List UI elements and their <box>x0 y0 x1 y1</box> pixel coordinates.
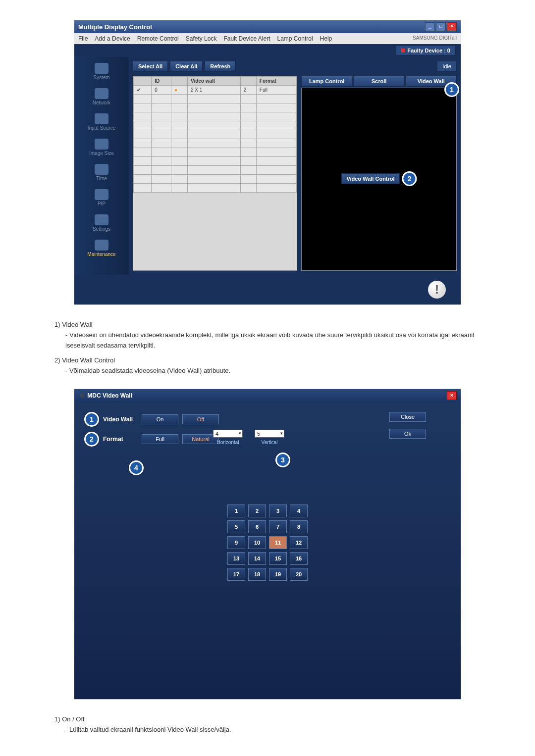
menu-add[interactable]: Add a Device <box>95 35 130 42</box>
description-list-2: 1) On / Off - Lülitab valitud ekraanil f… <box>54 714 481 735</box>
toolbar: Select All Clear All Refresh Idle <box>129 57 461 76</box>
grid-cell[interactable]: 18 <box>248 568 266 581</box>
maximize-button[interactable]: □ <box>436 22 446 31</box>
grid-cell[interactable]: 4 <box>290 504 308 517</box>
menu-remote[interactable]: Remote Control <box>137 35 179 42</box>
minimize-button[interactable]: _ <box>425 22 435 31</box>
grid-cell[interactable]: 3 <box>269 504 287 517</box>
grid-cell[interactable]: 1 <box>227 504 245 517</box>
table-row[interactable] <box>134 157 297 166</box>
grid-cell[interactable]: 14 <box>248 552 266 565</box>
cell: 2 X 1 <box>188 86 241 95</box>
grid-cell[interactable]: 19 <box>269 568 287 581</box>
col-status <box>171 77 188 86</box>
tab-scroll[interactable]: Scroll <box>353 76 404 87</box>
mdc-footer: ! <box>74 275 461 304</box>
table-row[interactable] <box>134 175 297 184</box>
vertical-select[interactable]: 5 <box>255 430 284 438</box>
sidebar-item-pip[interactable]: PIP <box>93 187 110 208</box>
video-wall-grid[interactable]: 1234567891011121314151617181920 <box>227 504 308 581</box>
table-row[interactable] <box>134 139 297 148</box>
grid-cell[interactable]: 15 <box>269 552 287 565</box>
menu-file[interactable]: File <box>78 35 88 42</box>
preview-col: Lamp Control Scroll Video Wall Video Wal… <box>301 76 457 271</box>
grid-cell[interactable]: 5 <box>227 520 245 533</box>
close-button[interactable]: × <box>447 391 457 400</box>
horizontal-label: Horizontal <box>216 440 239 445</box>
desc-item: 1) Video Wall - Videosein on ühendatud v… <box>54 320 481 351</box>
video-wall-control-button[interactable]: Video Wall Control <box>341 173 400 184</box>
horizontal-select[interactable]: 4 <box>213 430 243 438</box>
mdc-body: System Network Input Source Image Size T… <box>74 57 461 275</box>
desc-item: 1) On / Off - Lülitab valitud ekraanil f… <box>54 714 481 735</box>
grid-cell[interactable]: 6 <box>248 520 266 533</box>
network-icon <box>95 88 108 99</box>
video-wall-dialog: ◾ MDC Video Wall × 1 Video Wall On Off 2… <box>74 389 461 700</box>
grid-cell[interactable]: 16 <box>290 552 308 565</box>
brand-label: SAMSUNG DIGITall <box>413 35 457 42</box>
tab-lamp[interactable]: Lamp Control <box>301 76 352 87</box>
sidebar-item-maintenance[interactable]: Maintenance <box>85 238 117 259</box>
menu-lamp[interactable]: Lamp Control <box>277 35 313 42</box>
desc-num: 2) <box>54 356 60 364</box>
ok-button[interactable]: Ok <box>389 429 426 439</box>
vw-title: ◾ MDC Video Wall <box>78 392 132 399</box>
sidebar-label: Settings <box>93 226 110 232</box>
grid-cell[interactable]: 2 <box>248 504 266 517</box>
table-row[interactable] <box>134 103 297 112</box>
table-row[interactable]: ✔ 0 ● 2 X 1 2 Full <box>134 86 297 95</box>
vw-titlebar: ◾ MDC Video Wall × <box>74 389 461 402</box>
sidebar-label: PIP <box>98 201 106 206</box>
full-button[interactable]: Full <box>142 434 178 444</box>
cell: 0 <box>152 86 171 95</box>
table-row[interactable] <box>134 112 297 121</box>
grid-cell[interactable]: 17 <box>227 568 245 581</box>
menu-safety[interactable]: Safety Lock <box>186 35 217 42</box>
close-button[interactable]: × <box>447 22 457 31</box>
col-id: ID <box>152 77 171 86</box>
table-row[interactable] <box>134 95 297 103</box>
grid-cell[interactable]: 9 <box>227 536 245 549</box>
mdc-window: Multiple Display Control _ □ × File Add … <box>74 20 461 305</box>
col-num <box>240 77 256 86</box>
refresh-button[interactable]: Refresh <box>205 61 236 72</box>
sidebar-item-image[interactable]: Image Size <box>87 137 116 158</box>
desc-num: 1) <box>54 321 60 328</box>
grid-cell[interactable]: 20 <box>290 568 308 581</box>
off-button[interactable]: Off <box>182 414 219 424</box>
grid-cell[interactable]: 13 <box>227 552 245 565</box>
preview-tabs: Lamp Control Scroll Video Wall <box>301 76 457 87</box>
grid-cell[interactable]: 8 <box>290 520 308 533</box>
sidebar-item-settings[interactable]: Settings <box>91 212 112 234</box>
table-row[interactable] <box>134 121 297 130</box>
grid-cell[interactable]: 12 <box>290 536 308 549</box>
device-table[interactable]: ID Video wall Format ✔ 0 ● 2 X 1 2 <box>133 76 297 271</box>
sidebar-item-input[interactable]: Input Source <box>86 111 118 133</box>
mdc-main: Select All Clear All Refresh Idle ID Vid… <box>129 57 461 275</box>
grid-cell[interactable]: 11 <box>269 536 287 549</box>
sidebar-item-network[interactable]: Network <box>91 86 113 107</box>
sidebar-item-time[interactable]: Time <box>93 162 110 183</box>
desc-sub: - Videosein on ühendatud videoekraanide … <box>65 330 481 351</box>
grid-cell[interactable]: 10 <box>248 536 266 549</box>
clear-all-button[interactable]: Clear All <box>170 61 203 72</box>
table-row[interactable] <box>134 184 297 193</box>
on-button[interactable]: On <box>142 414 178 424</box>
callout-2: 2 <box>402 171 417 186</box>
grid-cell[interactable]: 7 <box>269 520 287 533</box>
maintenance-icon <box>95 240 108 251</box>
table-row[interactable] <box>134 148 297 157</box>
close-dialog-button[interactable]: Close <box>389 412 426 422</box>
select-all-button[interactable]: Select All <box>133 61 168 72</box>
callout-2: 2 <box>84 432 99 447</box>
cell: ● <box>171 86 188 95</box>
table-row[interactable] <box>134 130 297 139</box>
sidebar-label: Image Size <box>89 151 114 156</box>
menubar: File Add a Device Remote Control Safety … <box>74 33 461 44</box>
menu-fault[interactable]: Fault Device Alert <box>223 35 270 42</box>
fault-icon <box>401 49 405 52</box>
menu-help[interactable]: Help <box>320 35 332 42</box>
cell: 2 <box>240 86 256 95</box>
table-row[interactable] <box>134 166 297 175</box>
sidebar-item-system[interactable]: System <box>91 61 111 82</box>
